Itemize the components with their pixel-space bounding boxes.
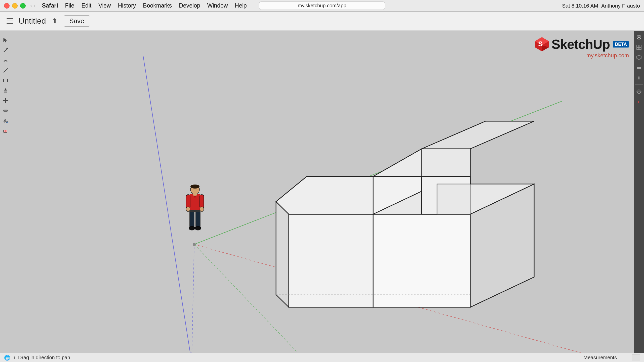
svg-rect-25 xyxy=(186,195,190,208)
svg-marker-13 xyxy=(373,214,470,307)
svg-rect-22 xyxy=(190,194,200,210)
svg-marker-49 xyxy=(3,100,4,101)
url-bar[interactable]: my.sketchup.com/app xyxy=(259,2,385,10)
line-tool[interactable] xyxy=(1,66,10,75)
left-toolbar xyxy=(0,31,11,362)
document-title: Untitled xyxy=(19,16,46,26)
menu-view[interactable]: View xyxy=(95,2,114,10)
menu-bookmarks[interactable]: Bookmarks xyxy=(140,2,175,10)
hamburger-line-3 xyxy=(7,23,13,24)
menu-help[interactable]: Help xyxy=(232,2,250,10)
svg-rect-29 xyxy=(190,210,194,228)
svg-rect-34 xyxy=(193,193,197,196)
svg-rect-63 xyxy=(639,48,641,50)
close-button[interactable] xyxy=(4,3,10,9)
menu-safari[interactable]: Safari xyxy=(39,2,61,10)
hamburger-line-1 xyxy=(7,18,13,19)
svg-rect-61 xyxy=(639,45,641,47)
rectangle-tool[interactable] xyxy=(1,76,10,85)
components-tool[interactable] xyxy=(635,53,643,61)
menu-window[interactable]: Window xyxy=(204,2,231,10)
svg-text:♦: ♦ xyxy=(637,100,639,104)
svg-rect-42 xyxy=(4,79,8,82)
menu-items: Safari File Edit View History Bookmarks … xyxy=(39,2,250,10)
menu-history[interactable]: History xyxy=(115,2,139,10)
extensions-tool[interactable] xyxy=(635,88,643,96)
svg-rect-30 xyxy=(196,210,200,228)
measurements-area: Measurements xyxy=(584,355,627,360)
svg-line-39 xyxy=(4,49,7,52)
time-display: Sat 8:10:16 AM xyxy=(562,3,598,9)
status-bar: 🌐 ℹ Drag in direction to pan Measurement… xyxy=(0,353,644,362)
svg-point-21 xyxy=(190,185,199,189)
menubar-right: Sat 8:10:16 AM Anthony Frausto xyxy=(562,3,640,9)
human-figure xyxy=(184,184,206,239)
3d-scene xyxy=(0,31,644,362)
svg-marker-44 xyxy=(4,88,7,90)
eraser-tool[interactable] xyxy=(1,126,10,135)
status-info-icon[interactable]: ℹ xyxy=(13,355,15,360)
status-hint: Drag in direction to pan xyxy=(18,355,70,360)
right-toolbar: ♦ ⚙ xyxy=(634,31,644,362)
tape-tool[interactable] xyxy=(1,106,10,115)
scenes-tool[interactable] xyxy=(635,43,643,51)
measurements-label: Measurements xyxy=(584,355,617,360)
svg-rect-62 xyxy=(637,48,639,50)
svg-marker-48 xyxy=(5,102,6,103)
minimize-button[interactable] xyxy=(12,3,18,9)
pencil-tool[interactable] xyxy=(1,46,10,55)
svg-point-59 xyxy=(638,36,640,38)
svg-point-32 xyxy=(189,226,195,230)
svg-marker-7 xyxy=(289,214,373,307)
svg-marker-47 xyxy=(5,98,6,99)
arc-tool[interactable] xyxy=(1,56,10,65)
hamburger-line-2 xyxy=(7,21,13,21)
app-toolbar: Untitled ⬆ Save xyxy=(0,12,644,31)
svg-point-6 xyxy=(193,243,196,246)
svg-point-33 xyxy=(195,226,201,230)
select-tool[interactable] xyxy=(1,36,10,45)
move-tool[interactable] xyxy=(1,96,10,105)
user-display: Anthony Frausto xyxy=(601,3,640,9)
svg-rect-43 xyxy=(4,90,7,92)
human-svg xyxy=(184,184,206,239)
svg-rect-60 xyxy=(637,45,639,47)
separator xyxy=(635,84,643,85)
paint-tool[interactable] xyxy=(1,116,10,125)
svg-point-68 xyxy=(638,76,639,77)
measurements-input[interactable] xyxy=(632,354,640,361)
svg-marker-50 xyxy=(7,100,8,101)
status-globe-icon[interactable]: 🌐 xyxy=(4,355,10,361)
maximize-button[interactable] xyxy=(20,3,26,9)
push-pull-tool[interactable] xyxy=(1,86,10,95)
share-button[interactable]: ⬆ xyxy=(50,16,60,26)
svg-rect-26 xyxy=(200,195,204,208)
menu-edit[interactable]: Edit xyxy=(78,2,95,10)
svg-line-41 xyxy=(4,68,8,72)
styles-tool[interactable] xyxy=(635,33,643,41)
layers-tool[interactable] xyxy=(635,63,643,71)
save-button[interactable]: Save xyxy=(64,15,90,27)
back-button[interactable]: ‹ xyxy=(30,3,32,9)
svg-rect-31 xyxy=(190,210,200,212)
menu-file[interactable]: File xyxy=(62,2,77,10)
menu-develop[interactable]: Develop xyxy=(176,2,203,10)
svg-point-55 xyxy=(6,121,8,123)
menu-bar: ‹ › Safari File Edit View History Bookma… xyxy=(0,0,644,12)
entity-info-tool[interactable] xyxy=(635,73,643,81)
canvas-area[interactable]: S SketchUp BETA my.sketchup.com xyxy=(0,31,644,362)
svg-marker-64 xyxy=(637,55,641,60)
traffic-lights xyxy=(4,3,26,9)
ruby-console-tool[interactable]: ♦ xyxy=(635,98,643,106)
forward-button[interactable]: › xyxy=(33,3,35,9)
svg-rect-69 xyxy=(638,77,639,79)
svg-marker-8 xyxy=(276,202,289,307)
hamburger-menu[interactable] xyxy=(5,16,15,26)
